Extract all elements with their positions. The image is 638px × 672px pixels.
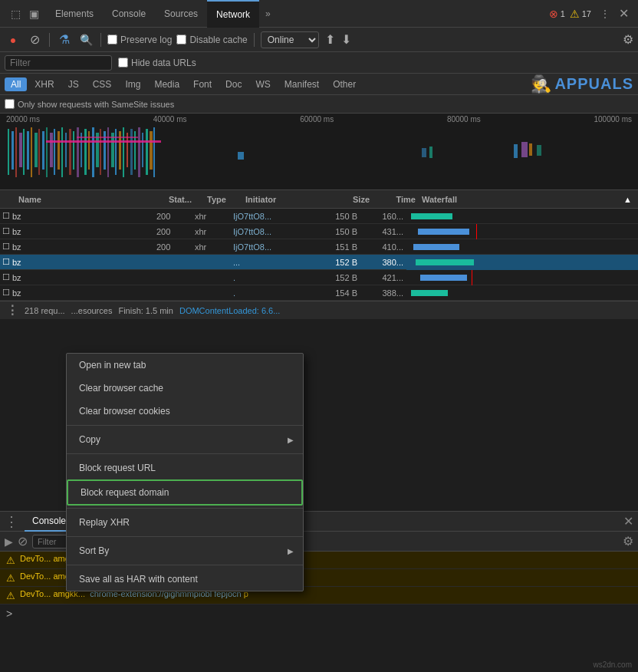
filter-input[interactable] [5, 55, 112, 71]
tab-console[interactable]: Console [103, 0, 155, 28]
preserve-log-text: Preserve log [120, 35, 172, 45]
svg-rect-10 [46, 127, 48, 177]
context-menu-item-copy[interactable]: Copy [67, 428, 303, 451]
tab-network[interactable]: Network [207, 0, 259, 28]
toolbar-settings-button[interactable]: ⚙ [623, 32, 633, 47]
error-count[interactable]: ⊗ 1 [549, 8, 565, 20]
console-warn-icon: ⚠ [6, 590, 15, 601]
table-row[interactable]: ☐ bz 200 xhr IjO7ttO8... 151 B 410... [0, 239, 638, 255]
svg-rect-44 [529, 143, 532, 156]
console-stop-icon[interactable]: ⊘ [18, 534, 28, 548]
status-dots-icon[interactable]: ⋮ [6, 303, 18, 318]
type-btn-font[interactable]: Font [187, 77, 218, 91]
header-status[interactable]: Stat... [166, 195, 204, 204]
row-checkbox[interactable]: ☐ [0, 288, 12, 298]
svg-rect-5 [27, 131, 29, 170]
disable-cache-label[interactable]: Disable cache [176, 35, 247, 45]
hide-data-urls-label[interactable]: Hide data URLs [118, 58, 196, 68]
type-btn-ws[interactable]: WS [249, 77, 276, 91]
type-btn-css[interactable]: CSS [87, 77, 118, 91]
preserve-log-checkbox[interactable] [107, 35, 117, 44]
sort-arrow-icon: ▲ [623, 195, 632, 204]
preserve-log-label[interactable]: Preserve log [107, 35, 172, 45]
type-btn-xhr[interactable]: XHR [28, 77, 60, 91]
upload-button[interactable]: ⬆ [325, 32, 335, 47]
console-tab-dots-icon[interactable]: ⋮ [5, 513, 18, 530]
record-button[interactable]: ● [5, 31, 21, 48]
dock-icon[interactable]: ▣ [26, 6, 41, 21]
samesite-label[interactable]: Only show requests with SameSite issues [5, 99, 174, 109]
waterfall-bar [418, 229, 469, 235]
context-menu-item-block-domain[interactable]: Block request domain [67, 479, 303, 506]
header-waterfall[interactable]: Waterfall ▲ [419, 195, 638, 204]
hide-data-urls-checkbox[interactable] [118, 58, 128, 68]
filter-button[interactable]: ⚗ [56, 31, 73, 48]
svg-rect-30 [123, 127, 124, 177]
samesite-checkbox[interactable] [5, 99, 15, 109]
pointer-icon[interactable]: ⬚ [8, 6, 23, 21]
toolbar-divider-2 [100, 33, 101, 47]
type-btn-doc[interactable]: Doc [219, 77, 248, 91]
svg-rect-46 [46, 140, 161, 143]
table-row[interactable]: ☐ bz ... 152 B 380... [0, 255, 638, 270]
table-row[interactable]: ☐ bz . 152 B 421... [0, 270, 638, 285]
type-btn-media[interactable]: Media [148, 77, 186, 91]
svg-rect-24 [100, 129, 101, 175]
table-row[interactable]: ☐ bz 200 xhr IjO7ttO8... 150 B 160... [0, 209, 638, 224]
svg-rect-32 [130, 129, 133, 175]
context-menu-item-save-har[interactable]: Save all as HAR with content [67, 568, 303, 591]
samesite-text: Only show requests with SameSite issues [18, 100, 174, 109]
search-button[interactable]: 🔍 [77, 31, 94, 48]
context-menu-item-sort-by[interactable]: Sort By [67, 539, 303, 562]
disable-cache-checkbox[interactable] [176, 35, 186, 44]
row-checkbox[interactable]: ☐ [0, 226, 12, 236]
console-warn-icon: ⚠ [6, 572, 15, 584]
header-name[interactable]: Name [12, 195, 166, 204]
context-menu-item-open-in-new-tab[interactable]: Open in new tab [67, 354, 303, 377]
row-size: 150 B [314, 212, 360, 221]
context-menu-item-block-url[interactable]: Block request URL [67, 456, 303, 479]
console-play-icon[interactable]: ▶ [5, 535, 13, 548]
type-btn-other[interactable]: Other [327, 77, 362, 91]
timeline-svg [0, 125, 638, 186]
tab-close-button[interactable]: ✕ [619, 6, 629, 21]
type-btn-all[interactable]: All [5, 77, 27, 91]
warning-count[interactable]: ⚠ 17 [570, 8, 591, 20]
table-row[interactable]: ☐ bz . 154 B 388... [0, 285, 638, 301]
console-prompt-icon: > [6, 608, 12, 620]
console-close-button[interactable]: ✕ [623, 514, 633, 529]
tab-elements[interactable]: Elements [46, 0, 103, 28]
console-input-row: > [0, 604, 638, 623]
context-menu-item-clear-cache[interactable]: Clear browser cache [67, 377, 303, 400]
row-checkbox[interactable]: ☐ [0, 272, 12, 282]
header-size[interactable]: Size [327, 195, 373, 204]
type-btn-img[interactable]: Img [119, 77, 146, 91]
timeline-labels: 20000 ms 40000 ms 60000 ms 80000 ms 1000… [0, 114, 638, 125]
tab-more[interactable]: » [259, 8, 277, 19]
stop-button[interactable]: ⊘ [26, 31, 43, 48]
row-checkbox[interactable]: ☐ [0, 242, 12, 252]
svg-rect-3 [19, 133, 22, 167]
header-type[interactable]: Type [204, 195, 242, 204]
console-input-field[interactable] [17, 608, 632, 619]
svg-rect-1 [12, 131, 14, 170]
header-time[interactable]: Time [373, 195, 419, 204]
tab-options-dots[interactable]: ⋮ [596, 8, 614, 19]
row-checkbox[interactable]: ☐ [0, 257, 12, 267]
console-settings-icon[interactable]: ⚙ [623, 534, 633, 548]
network-timeline: 20000 ms 40000 ms 60000 ms 80000 ms 1000… [0, 114, 638, 190]
type-btn-manifest[interactable]: Manifest [278, 77, 325, 91]
row-name: bz [12, 242, 153, 252]
type-btn-js[interactable]: JS [62, 77, 85, 91]
context-menu-item-replay-xhr[interactable]: Replay XHR [67, 511, 303, 534]
disable-cache-text: Disable cache [189, 35, 247, 45]
svg-rect-38 [153, 127, 155, 177]
header-initiator[interactable]: Initiator [242, 195, 327, 204]
row-checkbox[interactable]: ☐ [0, 211, 12, 221]
network-throttle-select[interactable]: Online Fast 3G Slow 3G Offline [261, 31, 319, 48]
svg-rect-41 [429, 147, 432, 158]
download-button[interactable]: ⬇ [341, 32, 351, 47]
table-row[interactable]: ☐ bz 200 xhr IjO7ttO8... 150 B 431... [0, 224, 638, 239]
context-menu-item-clear-cookies[interactable]: Clear browser cookies [67, 400, 303, 423]
tab-sources[interactable]: Sources [155, 0, 207, 28]
